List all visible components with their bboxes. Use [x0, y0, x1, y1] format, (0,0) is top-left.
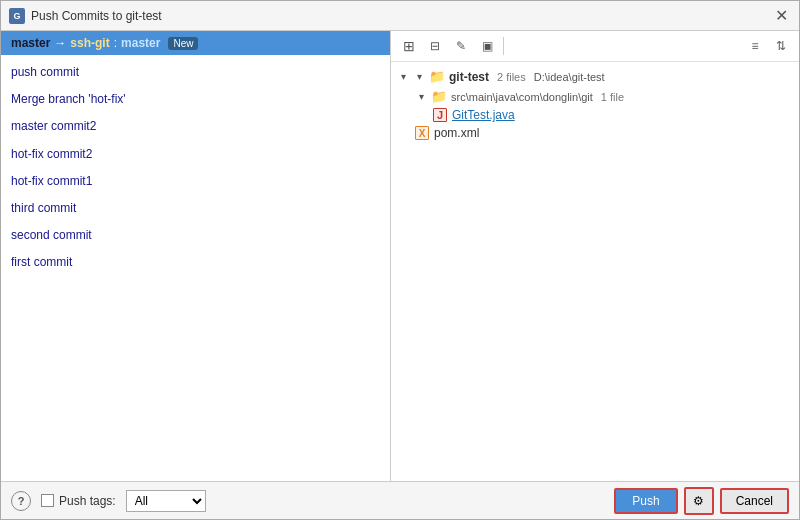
commit-item[interactable]: push commit — [1, 59, 390, 86]
push-settings-button[interactable]: ⚙ — [684, 487, 714, 515]
subfolder-path[interactable]: ▾ 📁 src\main\java\com\donglin\git 1 file — [391, 87, 799, 106]
panel-button[interactable]: ▣ — [475, 35, 499, 57]
commit-item[interactable]: master commit2 — [1, 113, 390, 140]
repo-root[interactable]: ▾ ▾ 📁 git-test 2 files D:\idea\git-test — [391, 66, 799, 87]
diff-icon: ⊟ — [430, 39, 440, 53]
target-branch[interactable]: master — [121, 36, 160, 50]
right-toolbar: ⊞ ⊟ ✎ ▣ ≡ ⇅ — [391, 31, 799, 62]
xml-file-icon: X — [415, 126, 429, 140]
right-panel: ⊞ ⊟ ✎ ▣ ≡ ⇅ — [391, 31, 799, 481]
commit-item[interactable]: second commit — [1, 222, 390, 249]
file-row-xml[interactable]: X pom.xml — [391, 124, 799, 142]
push-settings-icon: ⚙ — [693, 494, 704, 508]
subfolder-chevron[interactable]: ▾ — [415, 91, 427, 103]
left-panel: master → ssh-git : master New push commi… — [1, 31, 391, 481]
cancel-button[interactable]: Cancel — [720, 488, 789, 514]
toolbar-right: ≡ ⇅ — [743, 35, 793, 57]
title-bar: G Push Commits to git-test ✕ — [1, 1, 799, 31]
branch-colon: : — [114, 36, 117, 50]
xml-file-name: pom.xml — [434, 126, 479, 140]
app-icon: G — [9, 8, 25, 24]
help-button[interactable]: ? — [11, 491, 31, 511]
commits-list: push commit Merge branch 'hot-fix' maste… — [1, 55, 390, 481]
tags-select[interactable]: All — [126, 490, 206, 512]
filter-button[interactable]: ⇅ — [769, 35, 793, 57]
edit-icon: ✎ — [456, 39, 466, 53]
commit-item[interactable]: Merge branch 'hot-fix' — [1, 86, 390, 113]
content-area: master → ssh-git : master New push commi… — [1, 31, 799, 481]
push-tags-checkbox[interactable] — [41, 494, 54, 507]
commit-item[interactable]: hot-fix commit2 — [1, 141, 390, 168]
file-row-java[interactable]: J GitTest.java — [391, 106, 799, 124]
bottom-bar: ? Push tags: All Push ⚙ Cancel — [1, 481, 799, 519]
window-title: Push Commits to git-test — [31, 9, 162, 23]
subfolder-files-count: 1 file — [601, 91, 624, 103]
sort-icon: ≡ — [751, 39, 758, 53]
new-badge: New — [168, 37, 198, 50]
file-tree: ▾ ▾ 📁 git-test 2 files D:\idea\git-test … — [391, 62, 799, 481]
repo-path: D:\idea\git-test — [534, 71, 605, 83]
subfolder-icon: 📁 — [431, 89, 447, 104]
remote-name[interactable]: ssh-git — [70, 36, 109, 50]
edit-button[interactable]: ✎ — [449, 35, 473, 57]
diff-button[interactable]: ⊟ — [423, 35, 447, 57]
commit-item[interactable]: hot-fix commit1 — [1, 168, 390, 195]
expand-button[interactable]: ⊞ — [397, 35, 421, 57]
push-commits-dialog: G Push Commits to git-test ✕ master → ss… — [0, 0, 800, 520]
expand-icon: ⊞ — [403, 38, 415, 54]
branch-arrow: → — [54, 36, 66, 50]
toolbar-separator — [503, 37, 504, 55]
branch-header: master → ssh-git : master New — [1, 31, 390, 55]
java-file-icon: J — [433, 108, 447, 122]
local-branch[interactable]: master — [11, 36, 50, 50]
sort-button[interactable]: ≡ — [743, 35, 767, 57]
repo-name: git-test — [449, 70, 489, 84]
repo-folder-icon: 📁 — [429, 69, 445, 84]
commit-item[interactable]: third commit — [1, 195, 390, 222]
commit-item[interactable]: first commit — [1, 249, 390, 276]
bottom-right: Push ⚙ Cancel — [614, 487, 789, 515]
title-bar-left: G Push Commits to git-test — [9, 8, 162, 24]
push-tags-text: Push tags: — [59, 494, 116, 508]
repo-chevron2[interactable]: ▾ — [413, 71, 425, 83]
push-button[interactable]: Push — [614, 488, 677, 514]
filter-icon: ⇅ — [776, 39, 786, 53]
java-file-name: GitTest.java — [452, 108, 515, 122]
subfolder-name: src\main\java\com\donglin\git — [451, 91, 593, 103]
panel-icon: ▣ — [482, 39, 493, 53]
repo-chevron[interactable]: ▾ — [397, 71, 409, 83]
close-button[interactable]: ✕ — [771, 6, 791, 26]
repo-files-count: 2 files — [497, 71, 526, 83]
push-tags-label: Push tags: — [41, 494, 116, 508]
